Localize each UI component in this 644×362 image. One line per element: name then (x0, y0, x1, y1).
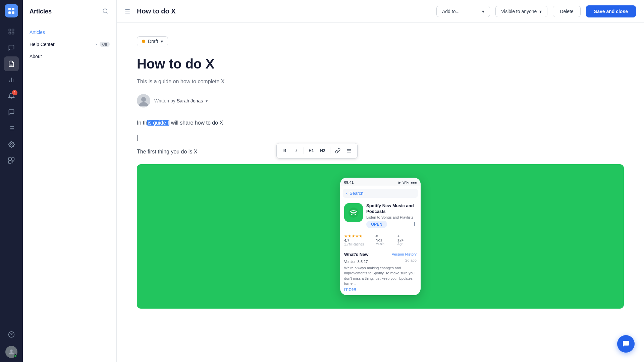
sidebar-icon-inbox[interactable] (4, 40, 19, 55)
nav-item-help-center[interactable]: Help Center › Off (23, 38, 116, 50)
left-panel-header: Articles (23, 0, 116, 22)
svg-point-26 (103, 9, 107, 13)
svg-rect-1 (12, 8, 14, 10)
visible-chevron-icon: ▾ (539, 9, 542, 14)
help-center-arrow: › (96, 42, 97, 47)
author-avatar (137, 94, 150, 107)
chat-support-button[interactable] (617, 335, 635, 353)
sidebar-icon-reports[interactable] (4, 73, 19, 87)
phone-whats-new: What's New Version History Version 8.5.2… (340, 249, 421, 295)
sidebar-icon-support[interactable] (4, 327, 19, 342)
svg-rect-5 (12, 29, 14, 31)
sidebar-icon-extensions[interactable] (4, 153, 19, 168)
author-row: Written by Sarah Jonas ▾ (137, 94, 624, 107)
toolbar-align-button[interactable] (344, 145, 355, 156)
nav-item-about[interactable]: About (23, 50, 116, 62)
article-topbar-title: How to do X (137, 7, 431, 15)
svg-rect-3 (12, 11, 14, 14)
toolbar-divider-2 (330, 147, 330, 154)
main-area: ☰ How to do X Add to... ▾ Visible to any… (117, 0, 644, 362)
toolbar-link-button[interactable] (332, 145, 343, 156)
sidebar-icon-notification[interactable]: 1 (4, 89, 19, 103)
add-to-button[interactable]: Add to... ▾ (436, 6, 490, 17)
draft-dot-icon (142, 40, 145, 43)
svg-rect-22 (9, 161, 11, 164)
image-block: 09:41 ▶ WiFi ■■■ ‹ Search (137, 164, 624, 308)
selected-text: is guide I (147, 120, 169, 126)
toolbar-bold-button[interactable]: B (279, 145, 290, 156)
svg-rect-2 (8, 11, 11, 14)
search-button[interactable] (101, 7, 110, 16)
sidebar-icon-settings[interactable] (4, 137, 19, 152)
svg-point-27 (141, 97, 146, 102)
sidebar-icon-articles[interactable] (4, 56, 19, 71)
phone-app-row: Spotify New Music and Podcasts Listen to… (340, 200, 421, 231)
more-link[interactable]: more (344, 286, 356, 292)
panel-title: Articles (30, 8, 52, 15)
svg-rect-6 (9, 32, 11, 34)
svg-rect-0 (8, 8, 11, 10)
phone-mockup: 09:41 ▶ WiFi ■■■ ‹ Search (340, 178, 421, 295)
svg-rect-20 (9, 158, 11, 161)
draft-chevron-icon: ▾ (161, 39, 163, 44)
toolbar-h1-button[interactable]: H1 (306, 145, 317, 156)
svg-point-25 (10, 350, 12, 352)
article-subtitle: This is a guide on how to complete X (137, 77, 624, 86)
sidebar-icon-chat[interactable] (4, 105, 19, 120)
save-close-button[interactable]: Save and close (586, 5, 636, 17)
text-cursor (137, 135, 138, 141)
article-title: How to do X (137, 56, 624, 72)
phone-stats: ★★★★★ 4.7 1.7M Ratings # No1 Music + 12+… (340, 231, 421, 249)
notification-badge: 1 (12, 90, 17, 95)
article-para-2: The first thing you do is X (137, 147, 624, 156)
menu-icon[interactable]: ☰ (125, 8, 130, 15)
svg-point-19 (11, 144, 12, 145)
help-center-toggle[interactable]: Off (100, 42, 110, 47)
text-toolbar: B i H1 H2 (276, 143, 358, 159)
left-panel: Articles Articles Help Center › Off Abou… (23, 0, 117, 362)
sidebar-icon-dashboard[interactable] (4, 24, 19, 39)
back-chevron-icon: ‹ (346, 191, 347, 196)
svg-rect-4 (9, 29, 11, 31)
svg-rect-21 (12, 158, 14, 161)
nav-item-articles[interactable]: Articles (23, 26, 116, 38)
toolbar-italic-button[interactable]: i (291, 145, 302, 156)
left-nav: Articles Help Center › Off About (23, 22, 116, 66)
online-indicator (14, 354, 17, 358)
toolbar-divider (304, 147, 304, 154)
delete-button[interactable]: Delete (553, 6, 580, 17)
phone-search-bar: ‹ Search (343, 189, 418, 198)
visible-to-anyone-button[interactable]: Visible to anyone ▾ (495, 6, 547, 17)
article-body[interactable]: In this guide I will share how to do X T… (137, 118, 624, 156)
spotify-icon (344, 203, 363, 222)
phone-status-bar: 09:41 ▶ WiFi ■■■ (340, 178, 421, 186)
user-avatar[interactable] (5, 346, 17, 358)
icon-sidebar: 1 (0, 0, 23, 362)
draft-badge[interactable]: Draft ▾ (137, 36, 168, 46)
author-chevron-icon: ▾ (206, 99, 208, 103)
app-logo[interactable] (5, 4, 18, 17)
add-to-chevron-icon: ▾ (482, 9, 484, 14)
author-name: Sarah Jonas (177, 98, 203, 103)
share-icon: ⬆ (412, 221, 417, 227)
toolbar-h2-button[interactable]: H2 (317, 145, 328, 156)
svg-rect-7 (12, 32, 14, 34)
author-info: Written by Sarah Jonas ▾ (154, 98, 208, 103)
phone-open-button[interactable]: OPEN (366, 221, 387, 228)
sidebar-icon-list[interactable] (4, 121, 19, 136)
article-para-1: In this guide I will share how to do X (137, 118, 624, 127)
content-area: Draft ▾ How to do X This is a guide on h… (117, 23, 644, 362)
topbar: ☰ How to do X Add to... ▾ Visible to any… (117, 0, 644, 23)
